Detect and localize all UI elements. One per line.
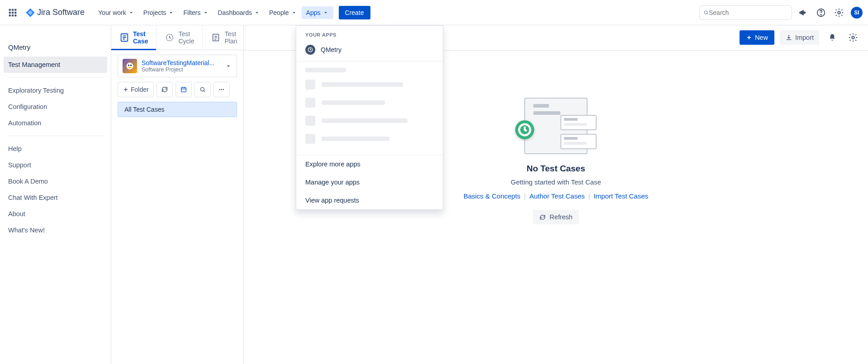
nav-your-work[interactable]: Your work: [94, 6, 139, 19]
search-field[interactable]: [709, 9, 788, 16]
svg-point-25: [223, 89, 223, 90]
svg-line-10: [707, 14, 708, 14]
sync-button[interactable]: [157, 82, 173, 97]
sidebar-support[interactable]: Support: [0, 157, 111, 173]
tab-test-case[interactable]: Test Case: [111, 25, 157, 50]
sidebar-exploratory-testing[interactable]: Exploratory Testing: [0, 82, 111, 99]
svg-rect-2: [14, 9, 16, 10]
nav-people[interactable]: People: [265, 6, 302, 19]
nav-dashboards[interactable]: Dashboards: [213, 6, 265, 19]
sidebar-configuration[interactable]: Configuration: [0, 99, 111, 115]
svg-point-22: [200, 87, 204, 91]
tree-all-test-cases[interactable]: All Test Cases: [118, 102, 237, 117]
svg-rect-1: [12, 9, 14, 10]
add-folder-button[interactable]: Folder: [118, 82, 154, 97]
dropdown-loading-skeleton: [296, 61, 443, 155]
search-folder-button[interactable]: [194, 82, 211, 97]
svg-rect-6: [9, 14, 11, 16]
svg-point-19: [128, 65, 129, 66]
svg-point-12: [821, 14, 821, 14]
logo-text: Jira Software: [37, 8, 85, 17]
search-input[interactable]: [699, 5, 792, 20]
dropdown-app-qmetry[interactable]: QMetry: [296, 40, 443, 61]
help-icon[interactable]: [814, 5, 828, 20]
qmetry-app-icon: [305, 45, 315, 55]
empty-title: No Test Cases: [464, 164, 649, 174]
empty-state-illustration: [515, 98, 597, 156]
import-button[interactable]: Import: [780, 30, 819, 45]
svg-point-9: [704, 11, 707, 14]
sidebar-whats-new[interactable]: What's New!: [0, 222, 111, 238]
nav-projects[interactable]: Projects: [139, 6, 179, 19]
project-logo: [123, 59, 137, 73]
sidebar-about[interactable]: About: [0, 206, 111, 222]
svg-point-24: [221, 89, 222, 90]
empty-subtitle: Getting started with Test Case: [464, 178, 649, 186]
calendar-button[interactable]: [175, 82, 192, 97]
tab-test-plan[interactable]: Test Plan: [203, 25, 246, 50]
create-button[interactable]: Create: [339, 6, 370, 19]
test-cycle-icon: [165, 33, 175, 43]
dropdown-explore-apps[interactable]: Explore more apps: [296, 155, 443, 173]
dropdown-header: YOUR APPS: [296, 26, 443, 40]
nav-filters[interactable]: Filters: [179, 6, 213, 19]
link-basics-concepts[interactable]: Basics & Concepts: [464, 192, 521, 200]
user-avatar[interactable]: SI: [851, 7, 863, 19]
project-selector[interactable]: SoftwareTestingMaterial... Software Proj…: [118, 55, 237, 77]
svg-rect-21: [181, 87, 186, 92]
sidebar-test-management[interactable]: Test Management: [4, 57, 107, 73]
new-button[interactable]: New: [740, 30, 774, 45]
main-settings-icon[interactable]: [845, 30, 861, 45]
refresh-button[interactable]: Refresh: [533, 210, 579, 224]
svg-rect-8: [14, 14, 16, 16]
svg-rect-7: [12, 14, 14, 16]
tab-test-cycle[interactable]: Test Cycle: [157, 25, 203, 50]
svg-point-23: [219, 89, 220, 90]
svg-rect-5: [14, 11, 16, 13]
sidebar-chat-expert[interactable]: Chat With Expert: [0, 189, 111, 206]
settings-icon[interactable]: [832, 5, 846, 20]
nav-apps[interactable]: Apps: [302, 6, 333, 19]
jira-logo[interactable]: Jira Software: [22, 8, 88, 18]
test-plan-icon: [211, 33, 221, 43]
sidebar-automation[interactable]: Automation: [0, 115, 111, 131]
more-options-button[interactable]: [213, 82, 230, 97]
test-case-icon: [119, 33, 129, 43]
svg-point-20: [130, 65, 132, 66]
svg-rect-4: [12, 11, 14, 13]
svg-rect-3: [9, 11, 11, 13]
sidebar-help[interactable]: Help: [0, 141, 111, 157]
sidebar-title: QMetry: [0, 34, 111, 57]
apps-dropdown: YOUR APPS QMetry Explore more apps Manag…: [296, 25, 443, 210]
dropdown-manage-apps[interactable]: Manage your apps: [296, 173, 443, 191]
svg-point-26: [852, 36, 854, 39]
sidebar-book-demo[interactable]: Book A Demo: [0, 173, 111, 189]
news-icon[interactable]: [796, 5, 810, 20]
chevron-down-icon: [225, 62, 232, 70]
notification-bell-icon[interactable]: [825, 30, 840, 45]
svg-rect-0: [9, 9, 11, 10]
app-switcher-icon[interactable]: [5, 5, 20, 20]
link-import-test-cases[interactable]: Import Test Cases: [594, 192, 649, 200]
svg-point-13: [838, 11, 840, 14]
link-author-test-cases[interactable]: Author Test Cases: [529, 192, 584, 200]
project-subtitle: Software Project: [142, 66, 220, 73]
dropdown-view-requests[interactable]: View app requests: [296, 191, 443, 209]
project-name: SoftwareTestingMaterial...: [142, 59, 220, 66]
